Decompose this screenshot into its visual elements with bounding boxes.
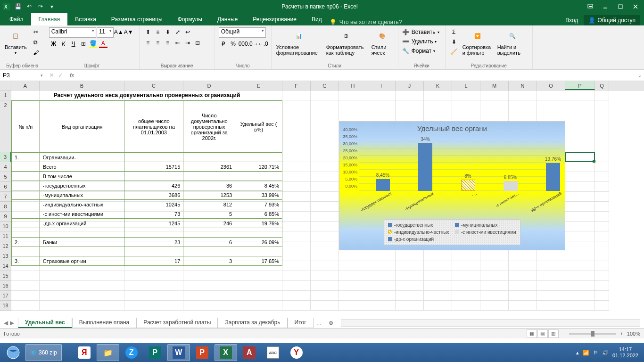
cell[interactable] [565, 172, 595, 182]
task-yandex-browser[interactable]: Y [285, 344, 308, 361]
cell[interactable] [565, 261, 595, 271]
task-excel[interactable]: X [215, 344, 237, 361]
indent-decrease-icon[interactable]: ⇤ [173, 38, 182, 48]
tray-action-center-icon[interactable]: 🏳 [593, 350, 598, 355]
increase-font-icon[interactable]: A▲ [114, 27, 124, 37]
table-cell[interactable]: -с иност-ми ивестициями [40, 209, 124, 219]
cell[interactable] [424, 90, 452, 100]
cell[interactable] [339, 271, 367, 281]
row-header[interactable]: 9 [0, 212, 11, 222]
table-cell[interactable]: 3686 [124, 190, 183, 200]
table-cell[interactable]: -индивидуально-частных [40, 200, 124, 209]
cell[interactable] [11, 271, 40, 281]
cell[interactable] [452, 261, 480, 271]
cell[interactable] [537, 271, 565, 281]
cell[interactable] [311, 231, 339, 241]
tray-volume-icon[interactable]: 🔊 [602, 350, 609, 356]
cell[interactable] [565, 301, 595, 311]
maximize-icon[interactable] [614, 1, 627, 12]
cell[interactable] [480, 90, 509, 100]
cell[interactable] [480, 261, 509, 271]
cell[interactable] [595, 192, 609, 202]
tray-network-icon[interactable]: 📶 [583, 350, 589, 356]
table-cell[interactable] [12, 190, 40, 200]
cell[interactable] [11, 301, 40, 311]
tab-home[interactable]: Главная [31, 13, 68, 25]
cell[interactable] [367, 261, 396, 271]
cell[interactable] [565, 281, 595, 291]
percent-icon[interactable]: % [229, 39, 238, 49]
align-center-icon[interactable]: ≡ [153, 38, 163, 48]
fx-icon[interactable]: fx [67, 72, 77, 79]
table-cell[interactable] [235, 172, 282, 181]
task-ie[interactable]: ⓔ360 zip [25, 344, 62, 361]
align-middle-icon[interactable]: ≡ [153, 27, 163, 37]
cell[interactable] [537, 261, 565, 271]
table-cell[interactable]: 812 [183, 200, 235, 209]
cell[interactable] [235, 271, 282, 281]
embedded-chart[interactable]: Удельный вес органи0,00%5,00%10,00%15,00… [339, 121, 565, 250]
bold-button[interactable]: Ж [49, 39, 58, 49]
cell[interactable] [509, 281, 537, 291]
task-publisher[interactable]: P [144, 344, 166, 361]
sign-in-link[interactable]: Вход [565, 17, 578, 24]
sheet-nav-last-icon[interactable]: ▶ [10, 320, 14, 326]
currency-icon[interactable]: ₽ [219, 39, 228, 49]
fill-color-button[interactable]: 🪣 [89, 39, 98, 49]
table-cell[interactable] [40, 247, 124, 256]
qat-more-icon[interactable]: ▾ [48, 3, 56, 10]
cell[interactable] [452, 251, 480, 261]
expand-formula-bar-icon[interactable]: ⌄ [636, 73, 644, 78]
cell[interactable] [396, 271, 424, 281]
col-header[interactable]: H [339, 81, 367, 90]
cell[interactable] [595, 281, 609, 291]
cell[interactable] [595, 152, 609, 162]
cell[interactable] [124, 291, 183, 301]
cell[interactable] [565, 202, 595, 212]
cell[interactable] [311, 261, 339, 271]
cell[interactable] [40, 301, 124, 311]
cell[interactable] [311, 241, 339, 251]
cell[interactable] [480, 281, 509, 291]
cell[interactable] [124, 281, 183, 291]
cell[interactable] [480, 291, 509, 301]
table-cell[interactable]: 10245 [124, 200, 183, 209]
table-cell[interactable] [12, 181, 40, 190]
cell[interactable] [311, 202, 339, 212]
tray-chevron-icon[interactable]: ▴ [576, 350, 579, 356]
zoom-level[interactable]: 100% [627, 331, 640, 337]
table-cell[interactable]: 3. [12, 256, 40, 266]
cell[interactable] [565, 241, 595, 251]
cell[interactable] [311, 100, 339, 152]
table-cell[interactable] [12, 200, 40, 209]
task-access[interactable]: A [238, 344, 261, 361]
cut-icon[interactable]: ✂ [31, 27, 41, 37]
cell[interactable] [339, 281, 367, 291]
cell[interactable] [282, 241, 311, 251]
cell[interactable] [595, 90, 609, 100]
cell[interactable] [235, 281, 282, 291]
sheet-tab[interactable]: Удельный вес [18, 318, 72, 328]
task-zoom[interactable]: Z [120, 344, 143, 361]
copy-icon[interactable]: ⧉ [31, 38, 41, 47]
cell[interactable] [311, 162, 339, 172]
sheet-tab[interactable]: Зарплата за декабрь [218, 318, 287, 328]
name-box[interactable]: P3 [0, 70, 45, 81]
col-header[interactable]: L [452, 81, 480, 90]
cell[interactable] [282, 291, 311, 301]
cell[interactable] [424, 301, 452, 311]
table-cell[interactable]: 7,93% [235, 200, 282, 209]
cell[interactable] [565, 100, 595, 152]
cell[interactable] [124, 301, 183, 311]
cell[interactable] [367, 90, 396, 100]
align-bottom-icon[interactable]: ⬇ [163, 27, 173, 37]
cell[interactable] [235, 301, 282, 311]
task-word[interactable]: W [167, 344, 190, 361]
save-icon[interactable]: 💾 [14, 3, 22, 10]
cell[interactable] [367, 271, 396, 281]
table-cell[interactable]: 15715 [124, 162, 183, 172]
table-cell[interactable] [124, 247, 183, 256]
col-header[interactable]: D [183, 81, 235, 90]
col-header[interactable]: Q [595, 81, 609, 90]
minimize-icon[interactable] [599, 1, 612, 12]
